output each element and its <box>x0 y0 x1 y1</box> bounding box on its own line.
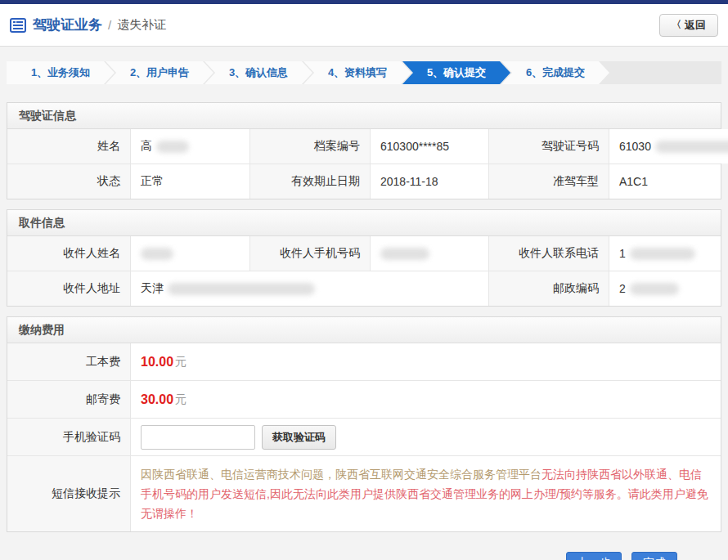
sms-code-label: 手机验证码 <box>7 419 130 455</box>
redacted-value <box>655 141 728 153</box>
previous-step-button[interactable]: 上一步 <box>566 552 622 560</box>
sms-tip-part1: 因陕西省联通、电信运营商技术问题，陕西省互联网交通安全综合服务管理平台 <box>141 468 542 481</box>
footer-actions: 上一步 完成 <box>7 532 721 560</box>
name-text: 高 <box>141 139 152 154</box>
redacted-value <box>141 248 173 260</box>
license-no-label: 驾驶证号码 <box>488 129 609 164</box>
table-row: 邮寄费 30.00 元 <box>7 380 721 418</box>
postage-fee-amount: 30.00 <box>141 392 173 407</box>
name-label: 姓名 <box>7 129 130 164</box>
page-title[interactable]: 驾驶证业务 <box>33 16 102 34</box>
payment-section: 缴纳费用 工本费 10.00 元 邮寄费 30.00 元 手机验证码 获取验证码… <box>7 316 721 532</box>
table-row: 姓名 高 档案编号 610300****85 驾驶证号码 61030 <box>7 129 721 164</box>
postcode-text: 2 <box>619 282 626 295</box>
breadcrumb-current: 遗失补证 <box>117 17 166 33</box>
step-2-declaration[interactable]: 2、用户申告 <box>106 61 213 84</box>
table-row: 收件人地址 天津 邮政编码 2 <box>7 271 721 306</box>
finish-button[interactable]: 完成 <box>631 552 677 560</box>
table-row: 状态 正常 有效期止日期 2018-11-18 准驾车型 A1C1 <box>7 164 721 199</box>
recipient-mobile-label: 收件人手机号码 <box>249 236 370 271</box>
recipient-mobile-value <box>370 236 488 271</box>
step-6-complete-submit[interactable]: 6、完成提交 <box>501 61 609 84</box>
fee-unit: 元 <box>175 392 186 407</box>
sms-tip-label: 短信接收提示 <box>7 456 130 531</box>
postage-fee-label: 邮寄费 <box>7 381 130 418</box>
phone-text: 1 <box>619 247 626 260</box>
file-no-label: 档案编号 <box>249 129 370 164</box>
sms-code-input[interactable] <box>141 425 255 450</box>
sms-tip-text: 因陕西省联通、电信运营商技术问题，陕西省互联网交通安全综合服务管理平台无法向持陕… <box>141 456 711 531</box>
recipient-address-value: 天津 <box>130 271 488 306</box>
production-fee-amount: 10.00 <box>141 355 173 370</box>
vehicle-type-label: 准驾车型 <box>488 164 609 199</box>
license-info-section: 驾驶证信息 姓名 高 档案编号 610300****85 驾驶证号码 61030… <box>7 102 721 199</box>
name-value: 高 <box>130 129 249 164</box>
address-text: 天津 <box>141 281 164 296</box>
redacted-value <box>168 283 315 295</box>
breadcrumb-divider: / <box>108 18 111 32</box>
expiry-label: 有效期止日期 <box>249 164 370 199</box>
recipient-phone-value: 1 <box>609 236 721 271</box>
status-label: 状态 <box>7 164 130 199</box>
payment-section-title: 缴纳费用 <box>7 317 721 343</box>
table-row: 短信接收提示 因陕西省联通、电信运营商技术问题，陕西省互联网交通安全综合服务管理… <box>7 455 721 531</box>
pickup-section-title: 取件信息 <box>7 210 721 236</box>
recipient-address-label: 收件人地址 <box>7 271 130 306</box>
production-fee-value: 10.00 元 <box>130 343 721 380</box>
recipient-name-value <box>130 236 249 271</box>
postcode-label: 邮政编码 <box>488 271 609 306</box>
page-body: 1、业务须知 2、用户申告 3、确认信息 4、资料填写 5、确认提交 6、完成提… <box>0 47 728 560</box>
get-code-button[interactable]: 获取验证码 <box>262 425 336 450</box>
vehicle-type-value: A1C1 <box>609 164 721 199</box>
step-label: 1、业务须知 <box>31 65 90 80</box>
chevron-left-icon: 〈 <box>672 18 681 32</box>
step-label: 2、用户申告 <box>130 65 189 80</box>
step-progress-bar: 1、业务须知 2、用户申告 3、确认信息 4、资料填写 5、确认提交 6、完成提… <box>7 61 721 84</box>
file-no-value: 610300****85 <box>370 129 488 164</box>
redacted-value <box>156 141 189 153</box>
back-button-label: 返回 <box>685 18 706 33</box>
step-5-confirm-submit[interactable]: 5、确认提交 <box>402 61 510 84</box>
table-row: 收件人姓名 收件人手机号码 收件人联系电话 1 <box>7 236 721 271</box>
page-header: 驾驶证业务 / 遗失补证 〈 返回 <box>0 4 728 47</box>
step-label: 4、资料填写 <box>328 65 387 80</box>
recipient-name-label: 收件人姓名 <box>7 236 130 271</box>
expiry-value: 2018-11-18 <box>370 164 488 199</box>
pickup-info-section: 取件信息 收件人姓名 收件人手机号码 收件人联系电话 1 收件人地址 天津 邮政… <box>7 209 721 307</box>
postcode-value: 2 <box>609 271 721 306</box>
step-label: 6、完成提交 <box>526 65 585 80</box>
step-3-confirm-info[interactable]: 3、确认信息 <box>204 61 312 84</box>
step-1-notice[interactable]: 1、业务须知 <box>7 61 115 84</box>
license-section-title: 驾驶证信息 <box>7 103 721 129</box>
status-value: 正常 <box>130 164 249 199</box>
recipient-phone-label: 收件人联系电话 <box>488 236 609 271</box>
redacted-value <box>630 283 679 295</box>
step-4-fill-data[interactable]: 4、资料填写 <box>303 61 411 84</box>
license-no-text: 61030 <box>619 140 651 153</box>
production-fee-label: 工本费 <box>7 343 130 380</box>
step-label: 3、确认信息 <box>229 65 288 80</box>
list-icon <box>10 18 26 33</box>
table-row: 工本费 10.00 元 <box>7 343 721 380</box>
sms-code-cell: 获取验证码 <box>130 419 721 455</box>
fee-unit: 元 <box>175 355 186 370</box>
sms-tip-cell: 因陕西省联通、电信运营商技术问题，陕西省互联网交通安全综合服务管理平台无法向持陕… <box>130 456 721 531</box>
step-label: 5、确认提交 <box>427 65 486 80</box>
postage-fee-value: 30.00 元 <box>130 381 721 418</box>
redacted-value <box>630 248 695 260</box>
redacted-value <box>380 248 429 260</box>
back-button[interactable]: 〈 返回 <box>659 14 718 37</box>
license-no-value: 61030 <box>609 129 728 164</box>
table-row: 手机验证码 获取验证码 <box>7 418 721 455</box>
